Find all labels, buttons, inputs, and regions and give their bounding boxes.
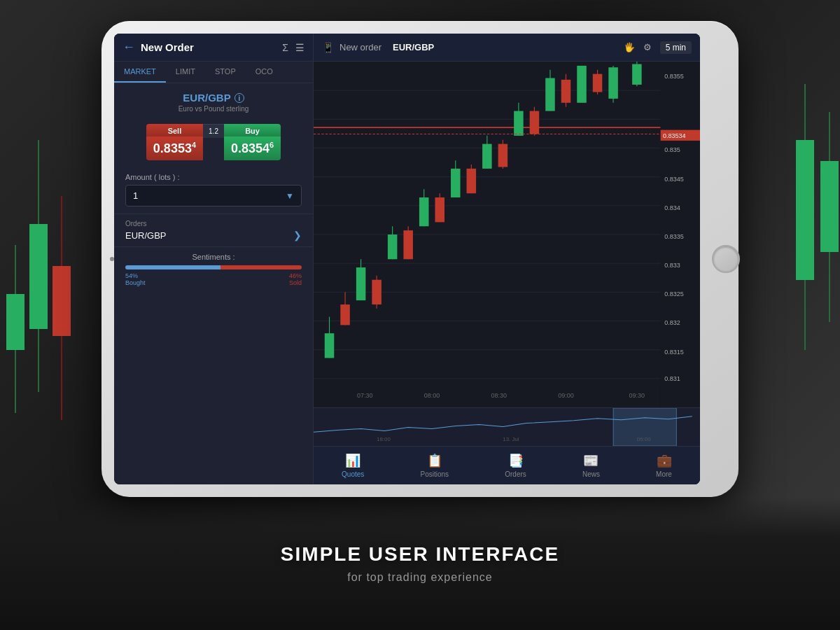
touch-icon[interactable]: 🖐 <box>624 42 635 52</box>
panel-header-icons: Σ ☰ <box>282 42 304 53</box>
nav-more[interactable]: 💼 More <box>650 450 678 481</box>
svg-rect-49 <box>530 111 540 134</box>
svg-rect-39 <box>451 169 461 197</box>
svg-rect-33 <box>403 230 413 259</box>
chart-header-left: 📱 New order EUR/GBP <box>322 42 434 53</box>
svg-rect-25 <box>340 304 350 325</box>
sentiment-sold-bar <box>220 265 302 270</box>
nav-quotes[interactable]: 📊 Quotes <box>336 450 370 481</box>
tablet-home-button[interactable] <box>712 245 740 273</box>
svg-rect-23 <box>325 333 335 358</box>
sentiment-labels: 54% Bought 46% Sold <box>125 272 302 286</box>
trade-buttons: Sell 0.83534 1.2 Buy 0.83546 <box>114 118 313 166</box>
svg-text:08:00: 08:00 <box>424 392 440 399</box>
orders-label: Orders <box>125 220 302 227</box>
svg-text:18:00: 18:00 <box>377 437 391 442</box>
tab-oco[interactable]: OCO <box>246 62 283 83</box>
svg-text:06:00: 06:00 <box>637 437 651 442</box>
svg-rect-43 <box>482 144 492 169</box>
back-arrow-icon[interactable]: ← <box>122 40 135 55</box>
more-icon: 💼 <box>657 453 672 468</box>
headline-text: SIMPLE USER INTERFACE <box>281 543 559 566</box>
sentiments-label: Sentiments : <box>125 253 302 261</box>
svg-rect-5 <box>6 294 24 350</box>
bottom-nav: 📊 Quotes 📋 Positions 📑 Orders 📰 News <box>314 446 700 484</box>
chevron-right-icon: ❯ <box>293 230 302 241</box>
svg-rect-41 <box>467 169 477 193</box>
svg-rect-37 <box>435 197 444 222</box>
nav-positions[interactable]: 📋 Positions <box>414 450 454 481</box>
svg-text:08:30: 08:30 <box>491 392 507 399</box>
bottom-section: SIMPLE USER INTERFACE for top trading ex… <box>0 497 840 630</box>
chart-settings-icon[interactable]: ☰ <box>295 42 304 53</box>
svg-rect-47 <box>514 111 524 136</box>
svg-text:0.83534: 0.83534 <box>663 132 686 139</box>
quotes-icon: 📊 <box>345 453 360 468</box>
svg-text:07:30: 07:30 <box>357 392 373 399</box>
panel-header-left: ← New Order <box>122 40 194 55</box>
sentiments-section: Sentiments : 54% Bought 46% Sold <box>114 246 313 292</box>
buy-price-button[interactable]: 0.83546 <box>224 136 281 160</box>
svg-rect-61 <box>632 64 642 85</box>
right-panel: 📱 New order EUR/GBP 🖐 ⚙ 5 min <box>314 34 700 484</box>
chart-header: 📱 New order EUR/GBP 🖐 ⚙ 5 min <box>314 34 700 62</box>
sell-column: Sell 0.83534 <box>146 124 203 160</box>
bought-label: Bought <box>125 279 146 286</box>
svg-rect-31 <box>388 234 398 259</box>
news-icon: 📰 <box>583 453 598 468</box>
sold-label: Sold <box>289 279 302 286</box>
subheadline-text: for top trading experience <box>347 571 492 584</box>
left-panel: ← New Order Σ ☰ MARKET LIMIT STOP OCO <box>114 34 314 484</box>
new-order-icon: 📱 <box>322 42 334 53</box>
sell-price-button[interactable]: 0.83534 <box>146 136 203 160</box>
svg-rect-1 <box>29 224 48 329</box>
svg-rect-53 <box>561 80 571 103</box>
orders-icon: 📑 <box>508 453 524 468</box>
svg-text:0.835: 0.835 <box>664 146 680 153</box>
svg-rect-45 <box>498 144 508 167</box>
quotes-label: Quotes <box>342 470 364 478</box>
orders-pair: EUR/GBP <box>125 230 167 241</box>
spread-badge: 1.2 <box>203 124 224 138</box>
panel-title: New Order <box>141 41 194 53</box>
positions-icon: 📋 <box>427 453 442 468</box>
chart-area: 0.8355 0.83534 0.835 0.8345 0.834 0.8335… <box>314 62 700 407</box>
info-icon[interactable]: i <box>234 93 244 103</box>
svg-rect-55 <box>577 66 587 103</box>
svg-rect-27 <box>356 267 366 300</box>
sentiment-bar <box>125 265 302 270</box>
currency-pair: EUR/GBP i <box>120 92 307 104</box>
currency-desc: Euro vs Pound sterling <box>120 105 307 113</box>
positions-label: Positions <box>420 470 449 478</box>
more-label: More <box>656 470 672 478</box>
amount-label: Amount ( lots ) : <box>125 173 302 181</box>
candlestick-chart: 0.8355 0.83534 0.835 0.8345 0.834 0.8335… <box>314 62 700 407</box>
sold-pct: 46% <box>289 272 302 279</box>
orders-label: Orders <box>505 470 526 478</box>
dropdown-arrow-icon: ▼ <box>286 191 294 201</box>
tablet-frame: ← New Order Σ ☰ MARKET LIMIT STOP OCO <box>102 21 738 497</box>
tab-stop[interactable]: STOP <box>205 62 246 83</box>
svg-rect-57 <box>593 74 603 92</box>
svg-text:13. Jul: 13. Jul <box>503 437 519 442</box>
svg-text:0.832: 0.832 <box>664 319 680 326</box>
tab-market[interactable]: MARKET <box>114 62 166 83</box>
buy-column: Buy 0.83546 <box>224 124 281 160</box>
screen-content: ← New Order Σ ☰ MARKET LIMIT STOP OCO <box>114 34 700 484</box>
amount-section: Amount ( lots ) : 1 ▼ <box>114 166 313 214</box>
svg-rect-51 <box>545 78 555 111</box>
svg-text:0.8335: 0.8335 <box>664 233 684 240</box>
sigma-icon[interactable]: Σ <box>282 42 288 53</box>
svg-rect-59 <box>608 67 618 99</box>
timeframe-selector[interactable]: 5 min <box>660 41 692 54</box>
svg-text:0.833: 0.833 <box>664 262 680 269</box>
nav-news[interactable]: 📰 News <box>577 450 606 481</box>
svg-text:0.8315: 0.8315 <box>664 348 684 355</box>
tab-limit[interactable]: LIMIT <box>166 62 205 83</box>
svg-text:0.8325: 0.8325 <box>664 290 684 298</box>
buy-label: Buy <box>224 124 281 136</box>
settings-icon[interactable]: ⚙ <box>643 42 652 52</box>
orders-row[interactable]: EUR/GBP ❯ <box>125 230 302 241</box>
nav-orders[interactable]: 📑 Orders <box>499 450 532 481</box>
amount-input[interactable]: 1 ▼ <box>125 185 302 206</box>
